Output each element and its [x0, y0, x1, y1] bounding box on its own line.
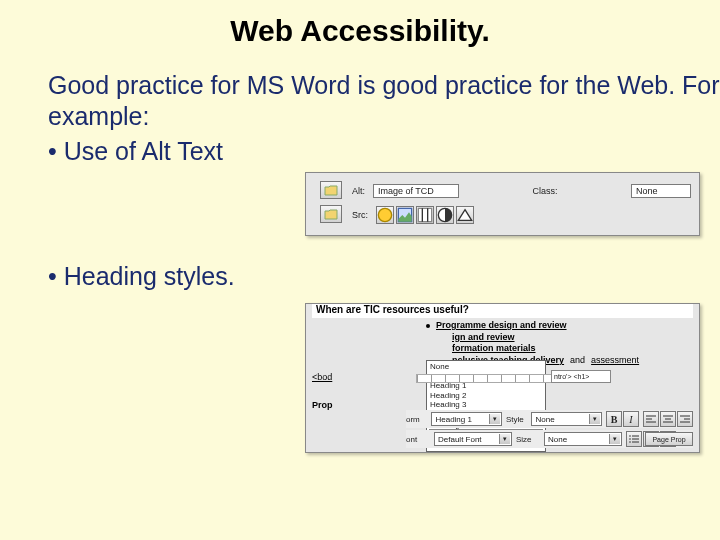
align-left-button[interactable] [643, 411, 659, 427]
folder-icon[interactable] [320, 181, 342, 199]
slide-title: Web Accessibility. [0, 0, 720, 48]
document-heading: When are TIC resources useful? [312, 304, 693, 318]
triangle-icon[interactable] [456, 206, 474, 224]
alt-input[interactable]: Image of TCD [373, 184, 459, 198]
class-select[interactable]: None [631, 184, 691, 198]
picture-icon[interactable] [396, 206, 414, 224]
svg-point-0 [378, 208, 391, 221]
format-toolbar: orm Heading 1▾ Style None▾ B I [406, 410, 693, 428]
globe-icon[interactable] [376, 206, 394, 224]
size-select[interactable]: None▾ [544, 432, 622, 446]
chevron-down-icon: ▾ [489, 414, 500, 424]
chevron-down-icon: ▾ [609, 434, 620, 444]
font-select[interactable]: Default Font▾ [434, 432, 512, 446]
style-select[interactable]: None▾ [531, 412, 602, 426]
code-hint: ntro'> <h1> [551, 370, 611, 383]
left-column: <bod Prop [312, 372, 417, 410]
svg-point-20 [629, 441, 631, 443]
bold-button[interactable]: B [606, 411, 622, 427]
folder-icon[interactable] [320, 205, 342, 223]
format-select[interactable]: Heading 1▾ [431, 412, 502, 426]
map-icon[interactable] [416, 206, 434, 224]
chevron-down-icon: ▾ [499, 434, 510, 444]
chevron-down-icon: ▾ [589, 414, 600, 424]
body-paragraph: Good practice for MS Word is good practi… [0, 48, 720, 133]
contrast-icon[interactable] [436, 206, 454, 224]
alt-label: Alt: [352, 186, 365, 196]
class-label: Class: [533, 186, 558, 196]
svg-point-18 [629, 435, 631, 437]
heading-styles-panel: When are TIC resources useful? Programme… [305, 303, 700, 453]
page-properties-button[interactable]: Page Prop [645, 432, 693, 446]
italic-button[interactable]: I [623, 411, 639, 427]
list-button[interactable] [626, 431, 642, 447]
bullet-alt-text: • Use of Alt Text [0, 133, 720, 166]
svg-point-19 [629, 438, 631, 440]
src-label: Src: [352, 210, 368, 220]
svg-rect-2 [418, 208, 431, 221]
alt-text-panel: Alt: Image of TCD Class: None Src: [305, 172, 700, 236]
align-right-button[interactable] [677, 411, 693, 427]
align-center-button[interactable] [660, 411, 676, 427]
